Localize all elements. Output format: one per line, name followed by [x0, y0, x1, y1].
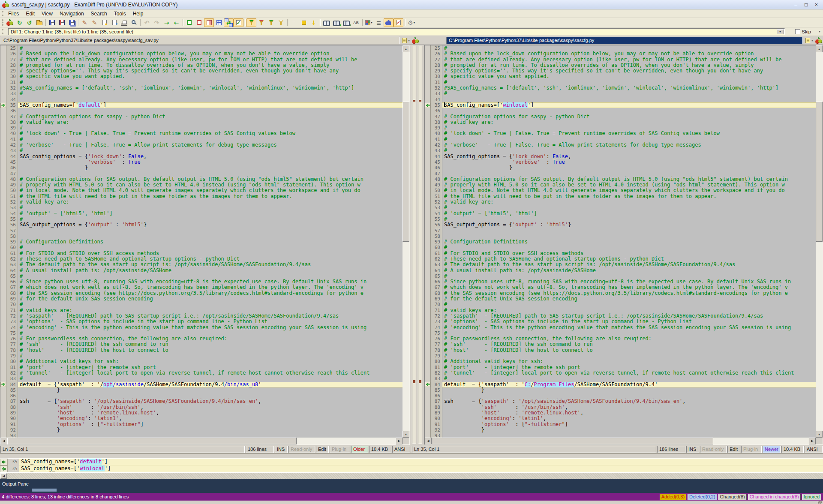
- code-line-32[interactable]: 32#SAS_config_names = ['default', 'ssh',…: [0, 85, 402, 91]
- code-line-47[interactable]: 47: [0, 171, 402, 177]
- code-line-35[interactable]: 35SAS_config_names=['winlocal']: [425, 102, 816, 108]
- code-line-36[interactable]: 36: [425, 108, 816, 114]
- copy-right-marker-icon[interactable]: [0, 103, 6, 108]
- edit-second-file-button[interactable]: ✎: [90, 18, 99, 27]
- code-line-54[interactable]: 54# 'output' = ['html5', 'html']: [0, 211, 402, 216]
- code-line-40[interactable]: 40# 'lock_down' - True | False. True = P…: [425, 131, 816, 136]
- window-resize-strip[interactable]: [0, 501, 823, 504]
- code-line-49[interactable]: 49# properly with HTML 5.0 so it can als…: [0, 182, 402, 188]
- print-preview-button[interactable]: [129, 18, 139, 27]
- save-second-file-button[interactable]: [57, 18, 67, 27]
- code-line-44[interactable]: 44SAS_config_options = {'lock_down': Fal…: [425, 154, 816, 159]
- menu-files[interactable]: Files: [5, 10, 22, 18]
- edit-first-file-button[interactable]: ✎: [80, 18, 90, 27]
- status-edit[interactable]: Edit: [727, 446, 740, 453]
- detail-scrollbar[interactable]: ◀: [0, 472, 823, 479]
- scroll-up-button[interactable]: ▲: [816, 45, 823, 52]
- code-line-48[interactable]: 48# Configuration options for SAS output…: [0, 177, 402, 182]
- code-line-42[interactable]: 42# 'verbose' - True | False. True = All…: [425, 142, 816, 148]
- open-files-button[interactable]: [34, 18, 44, 27]
- copy-left-icon[interactable]: [0, 465, 8, 472]
- code-line-86[interactable]: 86: [425, 393, 816, 399]
- code-line-45[interactable]: 45 'verbose' : True: [425, 159, 816, 165]
- code-line-75[interactable]: 75#: [0, 330, 402, 336]
- code-line-88[interactable]: 88 'ssh' : '/usr/bin/ssh',: [0, 405, 402, 410]
- left-code-area[interactable]: 25#26# Based upon the lock_down configur…: [0, 45, 402, 438]
- code-line-46[interactable]: 46 }: [425, 165, 816, 171]
- code-line-38[interactable]: 38# valid key are:: [0, 120, 402, 125]
- reports-button[interactable]: ▾: [364, 18, 374, 27]
- code-line-90[interactable]: 90 'encoding': 'latin1',: [425, 416, 816, 421]
- right-code-area[interactable]: 25#26# Based upon the lock_down configur…: [425, 45, 816, 438]
- code-line-41[interactable]: 41#: [425, 137, 816, 142]
- code-line-93[interactable]: 93: [425, 433, 816, 438]
- code-line-51[interactable]: 51# the HTML file will need to be put in…: [0, 194, 402, 199]
- diffnav-grip[interactable]: [2, 29, 3, 34]
- code-line-79[interactable]: 79#: [0, 353, 402, 359]
- diff-map-mark[interactable]: [419, 100, 421, 102]
- code-line-49[interactable]: 49# properly with HTML 5.0 so it can als…: [425, 182, 816, 188]
- status-ansi[interactable]: ANSI: [392, 446, 410, 453]
- code-line-69[interactable]: 69# for the default Unix SAS session enc…: [425, 296, 816, 302]
- status-edit[interactable]: Edit: [316, 446, 329, 453]
- code-line-50[interactable]: 50# in local mode. Note that HTML 4.0 wi…: [0, 188, 402, 193]
- code-line-90[interactable]: 90 'encoding': 'latin1',: [0, 416, 402, 421]
- copy-left-marker-icon[interactable]: [425, 103, 430, 108]
- code-line-55[interactable]: 55#: [425, 216, 816, 222]
- undo-button[interactable]: ↶: [142, 18, 152, 27]
- copy-left-marker-icon[interactable]: [425, 382, 430, 387]
- code-line-93[interactable]: 93: [0, 433, 402, 438]
- code-line-47[interactable]: 47: [425, 171, 816, 177]
- code-line-64[interactable]: 64# A usual install path is: /opt/sasins…: [0, 268, 402, 273]
- show-identical-lines-button[interactable]: [266, 18, 276, 27]
- code-line-56[interactable]: 56SAS_output_options = {'output' : 'html…: [0, 222, 402, 228]
- right-vertical-scrollbar[interactable]: ▲ ▼: [816, 45, 823, 438]
- left-horizontal-scrollbar[interactable]: ◀ ▶: [0, 438, 402, 444]
- code-line-48[interactable]: 48# Configuration options for SAS output…: [425, 177, 816, 182]
- save-first-file-button[interactable]: [47, 18, 57, 27]
- status-older[interactable]: Older: [351, 446, 368, 453]
- code-line-43[interactable]: 43#: [425, 148, 816, 153]
- code-line-88[interactable]: 88 'ssh' : '/usr/bin/ssh',: [425, 405, 816, 410]
- status-plug-in[interactable]: Plug-in: [741, 446, 762, 453]
- code-line-52[interactable]: 52# valid key are:: [425, 199, 816, 205]
- code-line-26[interactable]: 26# Based upon the lock_down configurati…: [0, 51, 402, 57]
- right-file-options-dropdown[interactable]: ▾: [811, 39, 813, 42]
- redo-button[interactable]: ↷: [152, 18, 162, 27]
- left-compare-icon[interactable]: [412, 37, 419, 44]
- code-line-42[interactable]: 42# 'verbose' - True | False. True = All…: [0, 142, 402, 148]
- code-line-81[interactable]: 81# 'port' - [integer] the remote ssh po…: [0, 365, 402, 370]
- code-line-77[interactable]: 77# 'ssh' - [REQUIRED] the ssh command t…: [0, 342, 402, 347]
- diff-map-mark[interactable]: [413, 380, 415, 383]
- refresh-compare-button[interactable]: ↺: [24, 18, 34, 27]
- code-line-71[interactable]: 71# valid keys are:: [0, 308, 402, 313]
- code-line-57[interactable]: 57: [0, 228, 402, 234]
- current-difference-button[interactable]: [299, 18, 309, 27]
- scroll-left-button[interactable]: ◀: [425, 438, 432, 444]
- diff-detail-row[interactable]: 35SAS_config_names=['winlocal']: [0, 465, 823, 472]
- left-vertical-scrollbar[interactable]: ▲ ▼: [402, 45, 409, 438]
- diff-selector-combobox[interactable]: Diff 1: Change 1 line (35, first file) t…: [8, 28, 785, 35]
- scroll-thumb[interactable]: [7, 438, 297, 444]
- code-line-61[interactable]: 61# For STDIO and STDIO over SSH access …: [0, 251, 402, 256]
- code-line-30[interactable]: 30# specific value you want applied.: [425, 74, 816, 79]
- minimize-button[interactable]: –: [791, 1, 800, 8]
- replace-button[interactable]: AB: [351, 18, 361, 27]
- status-ins[interactable]: INS: [686, 446, 699, 453]
- status-ansi[interactable]: ANSI: [805, 446, 823, 453]
- copy-right-icon[interactable]: [0, 459, 8, 465]
- code-line-29[interactable]: 29# specify options=''. This way it's sp…: [425, 68, 816, 74]
- code-line-34[interactable]: 34: [425, 97, 816, 102]
- left-file-options-icon[interactable]: [402, 38, 407, 43]
- code-line-39[interactable]: 39#: [425, 125, 816, 131]
- code-line-64[interactable]: 64# A usual install path is: /opt/sasins…: [425, 268, 816, 273]
- code-line-36[interactable]: 36: [0, 108, 402, 114]
- diff-selector-dropdown-button[interactable]: ▼: [777, 29, 784, 34]
- four-way-view-button[interactable]: [214, 18, 224, 27]
- code-line-68[interactable]: 68# the SAS session encoding (see https:…: [0, 291, 402, 296]
- code-line-28[interactable]: 28# prompted for at run time. To dissall…: [0, 63, 402, 68]
- show-first-pane-button[interactable]: [184, 18, 194, 27]
- code-line-65[interactable]: 65#: [425, 273, 816, 279]
- left-diff-map-strip[interactable]: [412, 46, 416, 444]
- status-ln-35-col-1[interactable]: Ln 35, Col 1: [0, 446, 245, 453]
